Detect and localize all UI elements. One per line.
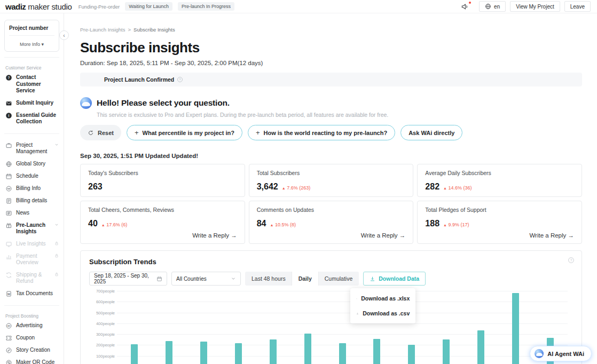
help-icon[interactable]: ? xyxy=(177,76,183,83)
question-chip-how-is-the-world-reacting-to-m[interactable]: +How is the world reacting to my pre-lau… xyxy=(248,125,395,140)
svg-text:?: ? xyxy=(570,258,572,262)
download-data-button[interactable]: Download Data xyxy=(363,272,426,286)
page-title: Subscribe insights xyxy=(80,39,582,56)
breadcrumb-separator: > xyxy=(128,27,131,33)
bar-9-27[interactable] xyxy=(443,339,450,364)
coin-icon xyxy=(5,185,12,192)
qr-circle-icon xyxy=(5,359,12,364)
menu-item-download-as-csv[interactable]: Download as .csv xyxy=(350,306,415,321)
sidebar-item-global-story[interactable]: Global Story xyxy=(0,158,64,170)
sidebar-item-maker-qr-code-creation[interactable]: Maker QR Code Creation xyxy=(0,357,64,364)
country-select[interactable]: All Countries xyxy=(171,272,241,286)
chevron-down-icon xyxy=(231,276,236,281)
question-chip-what-percentile-is-my-project-[interactable]: +What percentile is my project in? xyxy=(127,125,242,140)
sidebar-item-label: Maker QR Code Creation xyxy=(16,359,59,364)
view-my-project-button[interactable]: View My Project xyxy=(510,1,560,12)
plus-icon: + xyxy=(256,129,260,137)
date-range-value: Sep 18, 2025 - Sep 30, 2025 xyxy=(94,273,153,284)
sidebar-item-essential-guide-collection[interactable]: iEssential Guide Collection xyxy=(0,109,64,128)
sidebar-item-billing-info[interactable]: Billing Info xyxy=(0,183,64,195)
sidebar-item-label: Schedule xyxy=(16,173,59,180)
stat-value: 3,642 xyxy=(257,182,278,192)
ai-agent-icon xyxy=(535,349,544,358)
bar-9-26[interactable] xyxy=(408,345,415,364)
bar-9-23[interactable] xyxy=(304,334,311,364)
tab-daily[interactable]: Daily xyxy=(292,272,318,286)
menu-item-label: Download as .csv xyxy=(363,310,410,316)
sidebar-item-coupon[interactable]: Coupon xyxy=(0,332,64,344)
stat-card-total-subscribers: Total Subscribers3,642▲ 7.6% (263) xyxy=(249,164,414,197)
chevron-down-icon xyxy=(54,142,59,147)
download-icon xyxy=(356,311,359,316)
reset-button[interactable]: Reset xyxy=(80,125,121,140)
language-button[interactable]: en xyxy=(479,1,506,12)
chevron-down-icon xyxy=(54,222,59,227)
sidebar-item-contact-customer-service[interactable]: ?Contact Customer Service xyxy=(0,72,64,97)
main-content: Pre-Launch Insights > Subscribe Insights… xyxy=(64,13,597,364)
y-axis-tick: 100people xyxy=(96,353,115,358)
sidebar-section-project-boosting: Project Boosting xyxy=(0,311,64,320)
question-chip-ask-wai-directly[interactable]: Ask WAi directly xyxy=(400,125,462,140)
svg-text:?: ? xyxy=(179,78,182,81)
subscription-trends-card: Subscription Trends ? Sep 18, 2025 - Sep… xyxy=(80,250,582,364)
tab-last-48-hours[interactable]: Last 48 hours xyxy=(245,272,292,286)
pencil-circle-icon xyxy=(5,347,12,354)
bar-9-22[interactable] xyxy=(270,339,277,364)
more-info-button[interactable]: More Info ▾ xyxy=(9,42,54,47)
ai-agent-fab[interactable]: AI Agent WAi xyxy=(530,346,592,361)
bar-9-25[interactable] xyxy=(373,339,380,364)
arrow-right-icon: → xyxy=(399,232,406,239)
sidebar-item-label: Live Insights xyxy=(16,241,50,248)
write-reply-link[interactable]: Write a Reply → xyxy=(425,232,574,239)
sidebar-item-news[interactable]: News xyxy=(0,207,64,219)
up-triangle-icon: ▲ xyxy=(270,223,273,227)
question-chips: +What percentile is my project in?+How i… xyxy=(127,125,462,140)
date-range-input[interactable]: Sep 18, 2025 - Sep 30, 2025 xyxy=(89,272,167,286)
menu-item-download-as-xlsx[interactable]: Download as .xlsx xyxy=(350,291,415,306)
bar-9-21[interactable] xyxy=(235,343,242,364)
bar-9-29[interactable] xyxy=(512,293,519,364)
sidebar-collapse-button[interactable]: ‹ xyxy=(59,30,69,40)
sidebar-item-label: Billing details xyxy=(16,197,59,204)
trends-help-icon[interactable]: ? xyxy=(568,257,575,264)
y-axis-tick: 600people xyxy=(96,299,115,304)
sidebar-item-live-insights[interactable]: Live Insights xyxy=(0,238,64,250)
bar-9-20[interactable] xyxy=(200,342,207,364)
notification-megaphone-icon[interactable] xyxy=(460,3,469,11)
sidebar-item-tax-documents[interactable]: ₩Tax Documents xyxy=(0,288,64,300)
sidebar-item-label: Project Management xyxy=(16,142,50,155)
bar-chart-icon xyxy=(5,253,12,260)
write-reply-link[interactable]: Write a Reply → xyxy=(257,232,406,239)
updated-timestamp: Sep 30, 2025, 1:51 PM Updated Updated! xyxy=(80,153,582,159)
sidebar-item-project-management[interactable]: Project Management xyxy=(0,139,64,158)
bar-9-19[interactable] xyxy=(166,341,172,364)
stat-delta: ▲ 9.9% (17) xyxy=(443,222,469,227)
lock-icon xyxy=(54,241,59,246)
sidebar-item-schedule[interactable]: Schedule xyxy=(0,170,64,183)
bar-9-18[interactable] xyxy=(131,344,138,364)
sidebar-item-billing-details[interactable]: Billing details xyxy=(0,195,64,207)
sidebar-item-payment-overview[interactable]: Payment Overview xyxy=(0,250,64,269)
write-reply-link[interactable]: Write a Reply → xyxy=(88,232,237,239)
svg-text:₩: ₩ xyxy=(7,292,10,295)
stat-card-total-pledges-of-support: Total Pledges of Support188▲ 9.9% (17)Wr… xyxy=(417,201,582,244)
sidebar-item-label: Essential Guide Collection xyxy=(16,112,59,125)
sidebar-item-advertising[interactable]: ADAdvertising xyxy=(0,320,64,332)
sidebar-item-pre-launch-insights[interactable]: Pre-Launch Insights xyxy=(0,219,64,238)
sidebar-item-label: Pre-Launch Insights xyxy=(16,222,50,235)
breadcrumb-parent[interactable]: Pre-Launch Insights xyxy=(80,27,125,33)
sidebar-divider xyxy=(4,133,59,134)
tab-cumulative[interactable]: Cumulative xyxy=(318,272,359,286)
sidebar-item-shipping-refund[interactable]: Shipping & Refund xyxy=(0,269,64,288)
calendar-icon xyxy=(5,173,12,180)
leave-button[interactable]: Leave xyxy=(564,1,591,12)
info-circle-icon: i xyxy=(5,112,12,119)
bar-9-28[interactable] xyxy=(477,330,484,364)
sidebar-item-submit-inquiry[interactable]: Submit Inquiry xyxy=(0,97,64,109)
bar-9-24[interactable] xyxy=(339,343,346,364)
up-triangle-icon: ▲ xyxy=(443,223,447,227)
sidebar-item-label: Global Story xyxy=(16,161,59,168)
wadiz-logo[interactable]: wadiz maker studio xyxy=(5,2,72,11)
sidebar-item-story-creation[interactable]: Story Creation xyxy=(0,344,64,357)
duration-text: Duration: Sep 18, 2025, 5:11 PM - Sep 30… xyxy=(80,60,582,66)
